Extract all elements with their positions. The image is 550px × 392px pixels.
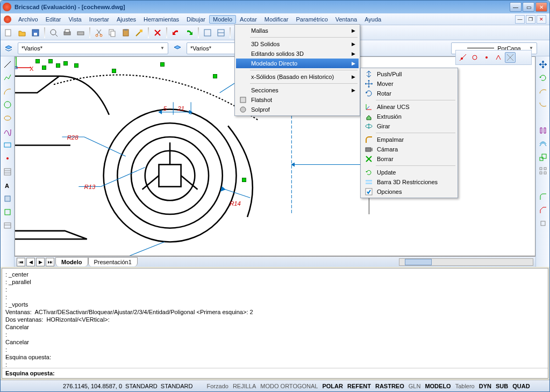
new-button[interactable]	[3, 27, 15, 39]
status-modo-ortogonal[interactable]: MODO ORTOGONAL	[258, 383, 320, 389]
status-refent[interactable]: REFENT	[345, 383, 373, 389]
circle-tool[interactable]	[2, 99, 13, 111]
print-preview-button[interactable]	[48, 27, 60, 39]
close-button[interactable]: ✕	[535, 2, 547, 12]
minimize-button[interactable]: —	[510, 2, 522, 12]
block-tool[interactable]	[2, 193, 13, 205]
paste-button[interactable]	[120, 27, 132, 39]
region-tool[interactable]	[2, 206, 13, 218]
plot-button[interactable]	[75, 27, 87, 39]
redo-button[interactable]	[183, 27, 195, 39]
cut-button[interactable]	[93, 27, 105, 39]
menuitem-modelado-directo[interactable]: Modelado Directo▶	[236, 59, 359, 68]
status-rastreo[interactable]: RASTREO	[373, 383, 406, 389]
scale-tool[interactable]	[537, 151, 549, 163]
menuitem-c-mara[interactable]: Cámara	[362, 144, 456, 154]
text-tool[interactable]: A	[2, 179, 13, 191]
menu-herramientas[interactable]: Herramientas	[140, 15, 183, 24]
text-style[interactable]: STANDARD	[161, 383, 193, 389]
command-prompt[interactable]: Esquina opuesta:	[2, 368, 548, 378]
menuitem-secciones[interactable]: Secciones▶	[236, 85, 359, 95]
menuitem-update[interactable]: Update	[362, 168, 456, 177]
point-tool[interactable]	[2, 153, 13, 164]
tab-prev[interactable]: ◀	[26, 258, 35, 266]
layer-manager-button[interactable]	[3, 42, 15, 54]
ent-2[interactable]	[469, 52, 480, 63]
line-tool[interactable]	[2, 59, 13, 70]
command-history[interactable]: : _center : _parallel : : : _vports Vent…	[2, 268, 548, 368]
tab-layout1[interactable]: Presentación1	[88, 257, 138, 266]
status-sub[interactable]: SUB	[494, 383, 510, 389]
move-tool[interactable]	[537, 59, 549, 70]
tab-first[interactable]: ⏮	[17, 258, 25, 266]
offset-tool[interactable]	[537, 138, 549, 150]
layer-states[interactable]	[172, 42, 183, 54]
menuitem-extrusi-n[interactable]: Extrusión	[362, 112, 456, 121]
print-button[interactable]	[61, 27, 73, 39]
menuitem-alinear-ucs[interactable]: Alinear UCS	[362, 102, 456, 112]
chamfer-tool[interactable]	[537, 204, 549, 216]
dim-style[interactable]: STANDARD	[125, 383, 158, 389]
tab-next[interactable]: ▶	[36, 258, 45, 266]
delete-button[interactable]	[152, 27, 163, 39]
title-bar[interactable]: Bricscad (Evaluación) - [cocheww.dwg] — …	[1, 1, 549, 13]
menu-vista[interactable]: Vista	[65, 15, 85, 24]
menuitem-empalmar[interactable]: Empalmar	[362, 135, 456, 144]
menuitem-mallas[interactable]: Mallas▶	[236, 26, 359, 35]
menuitem-girar[interactable]: Girar	[362, 121, 456, 131]
menuitem-x-s-lidos-basado-en-historico-[interactable]: x-Sólidos (Basado en Historico)▶	[236, 72, 359, 82]
maximize-button[interactable]: ▭	[523, 2, 534, 12]
menuitem-push-pull[interactable]: Push/Pull	[362, 69, 456, 79]
spline-tool[interactable]	[2, 126, 13, 137]
matchprops-button[interactable]	[133, 27, 145, 39]
menuitem-editando-solidos-3d[interactable]: Editando solidos 3D▶	[236, 49, 359, 59]
menuitem-mover[interactable]: Mover	[362, 79, 456, 89]
status-modelo[interactable]: MODELO	[423, 383, 453, 389]
save-button[interactable]	[30, 27, 41, 39]
status-forzado[interactable]: Forzado	[205, 383, 231, 389]
menu-dibujar[interactable]: Dibujar	[183, 15, 209, 24]
copy-button[interactable]	[106, 27, 118, 39]
tool-b[interactable]	[215, 27, 227, 39]
menuitem-solprof[interactable]: Solprof	[236, 105, 359, 114]
mdi-minimize[interactable]: —	[515, 15, 525, 24]
status-rejilla[interactable]: REJILLA	[231, 383, 258, 389]
open-button[interactable]	[16, 27, 28, 39]
status-polar[interactable]: POLAR	[320, 383, 345, 389]
fillet-tool[interactable]	[537, 191, 549, 202]
coordinates[interactable]: 276.1145, 104.8587, 0	[63, 383, 122, 389]
tool-a[interactable]	[202, 27, 213, 39]
polyline-tool[interactable]	[2, 72, 13, 84]
menu-modificar[interactable]: Modificar	[261, 15, 292, 24]
layer-select[interactable]: *Varios*▼	[18, 42, 168, 54]
menu-ventana[interactable]: Ventana	[332, 15, 361, 24]
ent-4[interactable]	[493, 52, 504, 63]
menu-editar[interactable]: Editar	[42, 15, 65, 24]
h-scrollbar[interactable]	[399, 258, 533, 266]
menu-paramétrico[interactable]: Paramétrico	[292, 15, 331, 24]
menuitem-flatshot[interactable]: Flatshot	[236, 95, 359, 105]
status-dyn[interactable]: DYN	[477, 383, 494, 389]
array-tool[interactable]	[537, 165, 549, 177]
undo-button[interactable]	[170, 27, 182, 39]
trim-tool[interactable]	[537, 85, 549, 97]
menuitem-rotar[interactable]: Rotar	[362, 89, 456, 98]
tab-last[interactable]: ⏭	[46, 258, 54, 266]
hatch-tool[interactable]	[2, 166, 13, 178]
menu-modelo[interactable]: Modelo	[209, 15, 236, 24]
ellipse-tool[interactable]	[2, 112, 13, 124]
rect-tool[interactable]	[2, 139, 13, 151]
menuitem-barra-3d-restricciones[interactable]: Barra 3D Restricciones	[362, 177, 456, 187]
menu-archivo[interactable]: Archivo	[15, 15, 42, 24]
status-gln[interactable]: GLN	[406, 383, 423, 389]
rotate-tool[interactable]	[537, 72, 549, 84]
mirror-tool[interactable]	[537, 125, 549, 136]
menuitem-3d-solidos[interactable]: 3D Solidos▶	[236, 39, 359, 49]
tab-model[interactable]: Modelo	[55, 257, 88, 266]
status-quad[interactable]: QUAD	[510, 383, 532, 389]
menu-ajustes[interactable]: Ajustes	[113, 15, 140, 24]
explode-tool[interactable]	[537, 217, 549, 229]
menuitem-borrar[interactable]: Borrar	[362, 154, 456, 164]
menu-insertar[interactable]: Insertar	[85, 15, 113, 24]
mdi-close[interactable]: ✕	[537, 15, 546, 24]
